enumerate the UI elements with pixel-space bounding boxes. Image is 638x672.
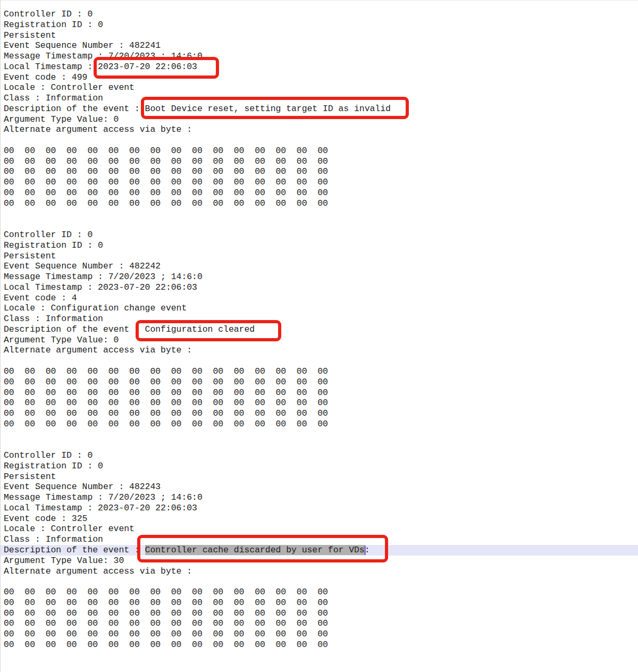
text-cursor <box>364 545 366 555</box>
selected-text: Controller cache discarded by user for V… <box>145 545 365 555</box>
blank-line <box>1 135 638 146</box>
event-block-1-fields: Controller ID : 0 Registration ID : 0 Pe… <box>1 9 638 135</box>
event-block-1-hexdump: 00 00 00 00 00 00 00 00 00 00 00 00 00 0… <box>1 146 638 209</box>
description-label: Description of the event : <box>4 545 145 555</box>
event-block-3-fields-top: Controller ID : 0 Registration ID : 0 Pe… <box>1 450 638 545</box>
event-block-2-hexdump: 00 00 00 00 00 00 00 00 00 00 00 00 00 0… <box>1 366 638 430</box>
event-block-3-fields-bottom: Argument Type Value: 30 Alternate argume… <box>1 556 638 577</box>
highlighted-description-line: Description of the event : Controller ca… <box>1 545 638 556</box>
blank-line <box>1 576 638 587</box>
block-gap <box>1 430 638 451</box>
event-block-2-fields: Controller ID : 0 Registration ID : 0 Pe… <box>1 230 638 356</box>
log-text-area[interactable]: Controller ID : 0 Registration ID : 0 Pe… <box>0 0 638 672</box>
blank-line <box>1 356 638 366</box>
block-gap <box>1 209 638 230</box>
event-block-3-hexdump: 00 00 00 00 00 00 00 00 00 00 00 00 00 0… <box>1 587 638 650</box>
